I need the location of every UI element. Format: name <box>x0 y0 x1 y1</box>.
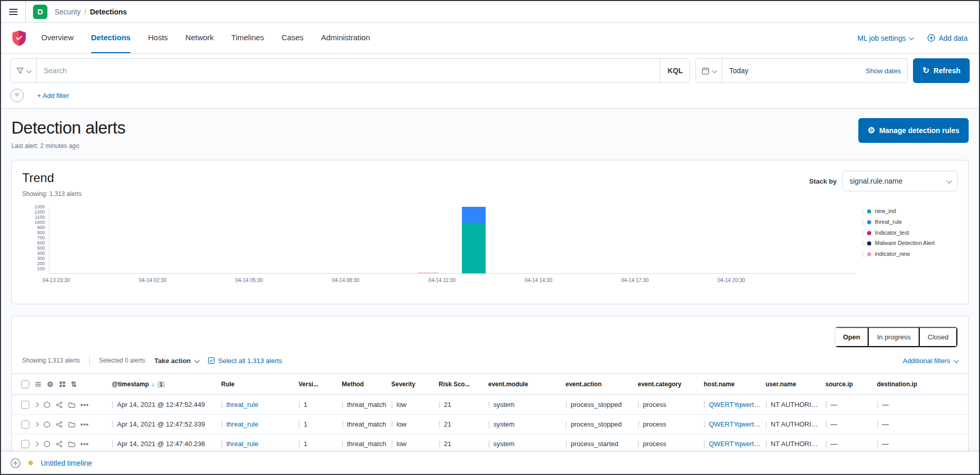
drag-handle-icon[interactable] <box>298 440 300 447</box>
row-checkbox[interactable] <box>21 401 29 409</box>
event-module-value[interactable]: system <box>493 440 514 448</box>
source-ip-value[interactable]: — <box>830 420 837 428</box>
untitled-timeline-button[interactable]: Untitled timeline <box>41 459 92 467</box>
timestamp-value[interactable]: Apr 14, 2021 @ 12:47:52.339 <box>117 420 205 428</box>
legend-item[interactable]: threat_rule <box>862 219 958 226</box>
status-tab-closed[interactable]: Closed <box>920 327 957 347</box>
drag-handle-icon[interactable] <box>704 440 705 447</box>
event-action-value[interactable]: process_started <box>571 440 619 448</box>
column-header-host-name[interactable]: host.name <box>704 381 766 388</box>
drag-handle-icon[interactable] <box>877 421 878 428</box>
select-all-alerts-button[interactable]: Select all 1,313 alerts <box>208 357 282 365</box>
event-action-value[interactable]: process_stopped <box>571 420 622 428</box>
source-ip-value[interactable]: — <box>830 440 837 448</box>
rule-link[interactable]: threat_rule <box>226 401 258 408</box>
drag-handle-icon[interactable] <box>298 401 300 408</box>
drag-handle-icon[interactable] <box>825 401 827 408</box>
source-ip-value[interactable]: — <box>830 401 837 408</box>
drag-handle-icon[interactable] <box>112 440 113 447</box>
version-value[interactable]: 1 <box>304 401 307 408</box>
tab-network[interactable]: Network <box>186 23 214 53</box>
investigate-in-timeline-icon[interactable] <box>68 401 75 408</box>
tab-administration[interactable]: Administration <box>321 23 370 53</box>
event-category-value[interactable]: process <box>643 440 667 448</box>
breadcrumb-security[interactable]: Security <box>55 8 81 16</box>
drag-handle-icon[interactable] <box>825 421 827 428</box>
drag-handle-icon[interactable] <box>877 440 878 447</box>
row-checkbox[interactable] <box>21 420 29 429</box>
tab-hosts[interactable]: Hosts <box>148 23 168 53</box>
drag-handle-icon[interactable] <box>439 421 440 428</box>
menu-icon[interactable] <box>1 1 26 22</box>
version-value[interactable]: 1 <box>304 440 307 448</box>
drag-handle-icon[interactable] <box>488 401 490 408</box>
tab-timelines[interactable]: Timelines <box>231 23 264 53</box>
drag-handle-icon[interactable] <box>566 401 567 408</box>
event-module-value[interactable]: system <box>493 401 514 408</box>
legend-item[interactable]: indicator_new <box>862 251 958 258</box>
gear-icon[interactable]: ⚙ <box>47 381 54 388</box>
stack-by-select[interactable]: signal.rule.name <box>842 171 958 191</box>
search-input[interactable] <box>37 58 660 83</box>
drag-handle-icon[interactable] <box>391 421 393 428</box>
row-checkbox[interactable] <box>21 440 29 448</box>
more-actions-icon[interactable]: ••• <box>80 401 89 408</box>
analyze-event-icon[interactable] <box>43 421 51 428</box>
expand-row-icon[interactable] <box>35 442 38 446</box>
drag-handle-icon[interactable] <box>566 421 567 428</box>
column-header-event-category[interactable]: event.category <box>638 381 704 388</box>
drag-handle-icon[interactable] <box>439 440 440 447</box>
trend-bar[interactable] <box>462 207 486 273</box>
tab-overview[interactable]: Overview <box>41 23 74 53</box>
ml-job-settings-button[interactable]: ML job settings <box>857 34 913 42</box>
destination-ip-value[interactable]: — <box>882 440 889 448</box>
drag-handle-icon[interactable] <box>877 401 878 408</box>
sort-fields-icon[interactable]: ⇅ <box>71 381 77 388</box>
rule-link[interactable]: threat_rule <box>226 420 258 428</box>
timestamp-value[interactable]: Apr 14, 2021 @ 12:47:40.236 <box>117 440 205 448</box>
host-name-link[interactable]: QWERTYqwerty... <box>709 420 761 428</box>
drag-handle-icon[interactable] <box>825 440 827 447</box>
drag-handle-icon[interactable] <box>638 440 639 447</box>
column-header-risk-score[interactable]: Risk Sco... <box>439 381 488 388</box>
user-name-value[interactable]: NT AUTHORITY... <box>771 440 821 448</box>
bulk-actions-icon[interactable] <box>35 381 42 388</box>
column-header-method[interactable]: Method <box>342 381 391 388</box>
drag-handle-icon[interactable] <box>112 421 113 428</box>
add-data-button[interactable]: Add data <box>927 34 968 42</box>
risk-score-value[interactable]: 21 <box>444 401 451 408</box>
column-header-timestamp[interactable]: @timestamp ↓ 1 <box>112 381 221 388</box>
version-value[interactable]: 1 <box>304 420 307 428</box>
analyze-event-icon[interactable] <box>43 401 51 408</box>
investigate-in-timeline-icon[interactable] <box>68 440 75 448</box>
event-action-value[interactable]: process_stopped <box>571 401 622 408</box>
risk-score-value[interactable]: 21 <box>444 440 451 448</box>
column-header-source-ip[interactable]: source.ip <box>825 381 877 388</box>
drag-handle-icon[interactable] <box>488 440 490 447</box>
host-name-link[interactable]: QWERTYqwerty... <box>709 440 761 448</box>
drag-handle-icon[interactable] <box>391 440 393 447</box>
severity-value[interactable]: low <box>396 420 407 428</box>
rule-link[interactable]: threat_rule <box>226 440 258 448</box>
destination-ip-value[interactable]: — <box>882 420 889 428</box>
drag-handle-icon[interactable] <box>439 401 440 408</box>
refresh-button[interactable]: ↻ Refresh <box>913 58 970 83</box>
kql-toggle[interactable]: KQL <box>660 58 691 83</box>
expand-row-icon[interactable] <box>35 403 38 406</box>
drag-handle-icon[interactable] <box>488 421 490 428</box>
drag-handle-icon[interactable] <box>298 421 300 428</box>
drag-handle-icon[interactable] <box>112 401 113 408</box>
severity-value[interactable]: low <box>396 401 407 408</box>
show-dates-button[interactable]: Show dates <box>866 67 901 75</box>
add-filter-button[interactable]: + Add filter <box>37 92 69 100</box>
drag-handle-icon[interactable] <box>566 440 567 447</box>
visualize-graph-icon[interactable] <box>56 401 63 408</box>
legend-item[interactable]: Indicator_test <box>862 230 958 237</box>
expand-row-icon[interactable] <box>35 422 38 426</box>
filter-options-button[interactable] <box>10 89 24 102</box>
visualize-graph-icon[interactable] <box>56 421 63 428</box>
legend-item[interactable]: new_ind <box>862 208 958 215</box>
grid-columns-icon[interactable] <box>59 381 66 388</box>
analyze-event-icon[interactable] <box>43 440 51 448</box>
column-header-event-module[interactable]: event.module <box>488 381 566 388</box>
